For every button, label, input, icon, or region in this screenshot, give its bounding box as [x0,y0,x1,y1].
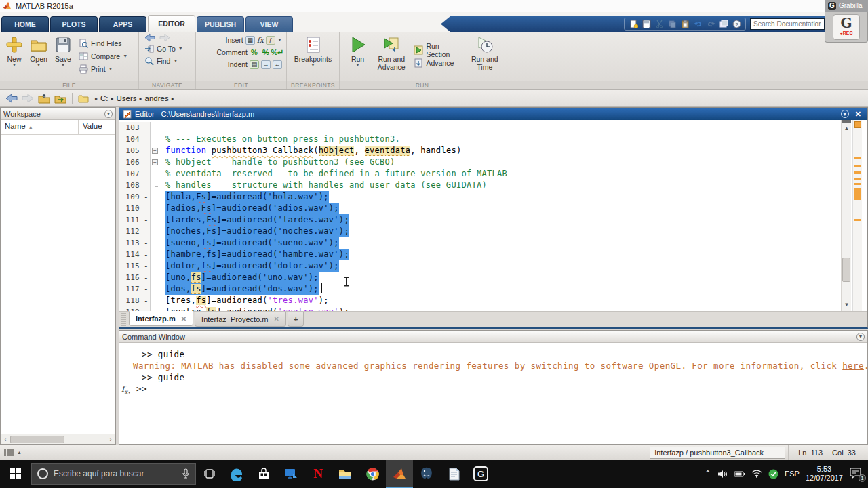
battery-icon[interactable] [734,470,745,478]
breakpoint-column[interactable] [142,134,151,145]
indent-right-icon[interactable]: → [261,60,271,69]
statusbar-grip[interactable]: ▲ [0,445,26,460]
scroll-left-icon[interactable]: ‹ [1,436,10,443]
code-line-103[interactable]: 103 [119,122,840,134]
code-line-108[interactable]: 108 % handles structure with handles and… [119,180,840,191]
warning-mark-icon[interactable] [854,171,861,174]
indent-left-icon[interactable]: ← [273,60,282,69]
notification-center-icon[interactable]: 1 [849,467,864,481]
code-text[interactable]: [tres,fs]=audioread('tres.wav'); [165,295,329,306]
code-text[interactable]: function pushbutton3_Callback(hObject, e… [165,145,462,157]
code-line-112[interactable]: 112-[noches,Fs]=audioread('noches.wav'); [119,226,840,237]
chrome-icon[interactable] [359,460,386,488]
forward-arrow-icon[interactable] [159,33,170,42]
language-indicator[interactable]: ESP [785,470,800,478]
breakpoint-column[interactable]: - [142,260,151,272]
new-tab-button[interactable]: + [288,312,304,327]
code-line-118[interactable]: 118-[tres,fs]=audioread('tres.wav'); [119,295,840,306]
documentation-search-input[interactable] [750,18,825,30]
code-area[interactable]: 103 104 % --- Executes on button press i… [119,120,840,311]
code-line-114[interactable]: 114-[hambre,fs]=audioread('hambre.wav'); [119,249,840,260]
wifi-icon[interactable] [751,470,762,478]
breakpoint-column[interactable] [142,122,151,134]
breakpoint-column[interactable]: - [142,295,151,306]
code-text[interactable]: [dolor,fs]=audioread('dolor.wav'); [165,260,339,272]
breakpoint-column[interactable]: - [142,237,151,249]
warning-link[interactable]: here [842,361,864,371]
code-line-107[interactable]: 107 % eventdata reserved - to be defined… [119,168,840,180]
clock[interactable]: 5:53 12/07/2017 [806,465,843,483]
postgresql-icon[interactable] [413,460,440,488]
browse-folder-icon[interactable] [54,94,66,104]
crumb-arrow-icon[interactable]: ▸ [109,96,116,102]
crumb-arrow-icon[interactable]: ▸ [93,96,100,102]
code-line-111[interactable]: 111-[tardes,Fs]=audioread('tardes.wav'); [119,214,840,226]
breadcrumb-segment[interactable]: C: [100,94,109,102]
new-button[interactable]: New▼ [3,34,26,79]
advance-button[interactable]: Advance [414,58,463,68]
breakpoint-column[interactable] [142,157,151,168]
code-line-104[interactable]: 104 % --- Executes on button press in pu… [119,134,840,145]
warning-mark-icon[interactable] [854,165,861,167]
breakpoint-column[interactable] [142,145,151,157]
taskbar-search[interactable] [31,463,196,485]
code-line-116[interactable]: 116-[uno,fs]=audioread('uno.wav'); [119,272,840,283]
paste-icon[interactable] [680,20,690,29]
warning-mark-icon[interactable] [854,178,861,180]
breakpoint-column[interactable]: - [142,283,151,295]
code-text[interactable]: [cuatro,fs]=audioread('cuatro.wav'); [165,306,349,311]
editor-vscrollbar[interactable]: ▲ ▼ [841,120,851,311]
code-text[interactable]: [tardes,Fs]=audioread('tardes.wav'); [165,214,349,226]
file-explorer-icon[interactable] [332,460,359,488]
command-window-body[interactable]: >> guideWarning: MATLAB has disabled som… [119,343,867,394]
find-files-button[interactable]: Find Files [79,38,127,49]
breakpoint-column[interactable]: - [142,214,151,226]
editor-menu-icon[interactable]: ▼ [841,110,849,118]
edge-icon[interactable] [223,460,250,488]
code-text[interactable]: [adios,Fs]=audioread('adios.wav'); [165,203,339,214]
netflix-icon[interactable]: N [304,460,332,488]
breakpoint-column[interactable] [142,180,151,191]
ribbon-tab-editor[interactable]: EDITOR [148,15,195,32]
breakpoints-button[interactable]: Breakpoints▼ [292,34,335,79]
crumb-arrow-icon[interactable]: ▸ [138,96,144,102]
breakpoint-column[interactable]: - [142,249,151,260]
grabilla-record-button[interactable]: G ●REC [833,14,860,40]
save-icon[interactable] [642,20,651,29]
run-section-button[interactable]: Run Section [414,45,463,56]
warning-summary-icon[interactable] [854,121,861,128]
volume-icon[interactable] [717,470,728,479]
grabilla-icon[interactable]: G [467,460,494,488]
find-button[interactable]: Find▼ [144,56,178,66]
tab-close-icon[interactable]: ✕ [274,315,279,323]
new-script-icon[interactable] [629,20,638,29]
code-text[interactable]: [hambre,fs]=audioread('hambre.wav'); [165,249,349,260]
up-folder-icon[interactable] [38,94,50,104]
code-text[interactable]: % handles structure with handles and use… [165,180,487,191]
code-text[interactable]: [dos,fs]=audioread('dos.wav'); [165,283,319,295]
warning-mark-icon[interactable] [854,183,861,185]
breadcrumb-segment[interactable]: andres [144,94,170,102]
scroll-up-icon[interactable]: ▲ [842,124,852,134]
command-window-menu-icon[interactable]: ▼ [856,333,865,341]
scroll-thumb[interactable] [842,258,850,282]
code-line-106[interactable]: 106 −% hObject handle to pushbutton3 (se… [119,157,840,168]
grabilla-titlebar[interactable]: G Grabilla [825,0,868,12]
sync-check-icon[interactable] [768,469,778,479]
warning-mark-icon[interactable] [854,219,861,221]
wrap-comments-icon[interactable]: %↵ [273,48,282,57]
tray-expand-icon[interactable]: ⌃ [705,469,711,479]
function-hints-icon[interactable]: fx▾ [121,384,130,398]
warning-block-icon[interactable] [854,188,861,200]
task-view-icon[interactable] [196,460,223,488]
scroll-thumb[interactable] [10,436,64,443]
insert-function-icon[interactable]: fx [257,36,264,45]
history-forward-icon[interactable] [22,94,34,103]
function-context[interactable]: Interfazp / pushbutton3_Callback [650,447,785,459]
taskbar-search-input[interactable] [54,469,176,479]
code-line-113[interactable]: 113-[sueno,fs]=audioread('sueno.wav'); [119,237,840,249]
scroll-down-icon[interactable]: ▼ [842,300,852,310]
run-and-advance-button[interactable]: Run and Advance [373,34,410,79]
tabbar-grip[interactable] [121,313,126,327]
ribbon-tab-apps[interactable]: APPS [99,16,146,32]
